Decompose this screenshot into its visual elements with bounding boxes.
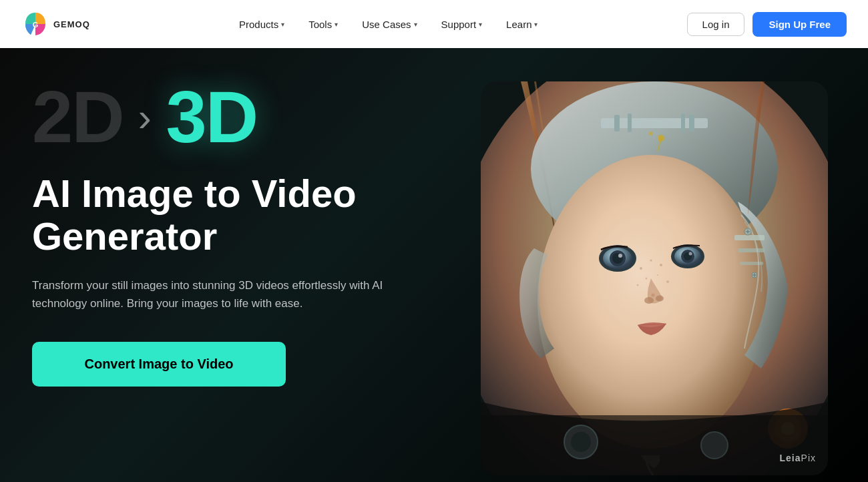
nav-item-learn[interactable]: Learn ▾ bbox=[497, 13, 547, 35]
svg-rect-35 bbox=[738, 248, 765, 252]
svg-point-18 bbox=[637, 284, 639, 286]
svg-rect-36 bbox=[740, 262, 763, 265]
hero-2d3d-label: 2D › 3D bbox=[32, 80, 427, 154]
watermark: LeiaPix bbox=[780, 453, 816, 463]
hero-left: 2D › 3D AI Image to Video Generator Tran… bbox=[0, 48, 467, 482]
navbar: G GEMOQ Products ▾ Tools ▾ Use Cases ▾ S… bbox=[0, 0, 868, 48]
chevron-icon: ▾ bbox=[281, 21, 284, 28]
svg-point-48 bbox=[571, 432, 591, 452]
robot-illustration bbox=[481, 81, 828, 475]
hero-title: AI Image to Video Generator bbox=[32, 172, 427, 258]
hero-right: LeiaPix bbox=[467, 48, 868, 482]
nav-item-usecases[interactable]: Use Cases ▾ bbox=[353, 13, 426, 35]
nav-link-usecases[interactable]: Use Cases ▾ bbox=[353, 13, 426, 35]
convert-button[interactable]: Convert Image to Video bbox=[32, 342, 286, 387]
svg-point-15 bbox=[660, 264, 662, 266]
svg-point-16 bbox=[646, 278, 648, 280]
chevron-icon: ▾ bbox=[534, 21, 537, 28]
nav-links: Products ▾ Tools ▾ Use Cases ▾ Support ▾ bbox=[230, 13, 548, 35]
logo[interactable]: G GEMOQ bbox=[21, 10, 90, 38]
svg-point-13 bbox=[640, 267, 642, 270]
svg-point-19 bbox=[666, 280, 669, 283]
hero-3d-text: 3D bbox=[166, 80, 258, 154]
chevron-icon: ▾ bbox=[335, 21, 338, 28]
logo-text: GEMOQ bbox=[53, 19, 90, 29]
svg-point-10 bbox=[649, 132, 653, 136]
login-button[interactable]: Log in bbox=[687, 13, 745, 36]
nav-link-products[interactable]: Products ▾ bbox=[230, 13, 294, 35]
signup-button[interactable]: Sign Up Free bbox=[752, 12, 847, 37]
svg-rect-7 bbox=[681, 113, 685, 132]
hero-arrow: › bbox=[138, 94, 152, 140]
svg-point-31 bbox=[644, 297, 654, 304]
svg-point-25 bbox=[618, 254, 622, 258]
chevron-icon: ▾ bbox=[479, 21, 482, 28]
robot-image: LeiaPix bbox=[481, 81, 828, 475]
hero-section: 2D › 3D AI Image to Video Generator Tran… bbox=[0, 48, 868, 482]
nav-item-tools[interactable]: Tools ▾ bbox=[299, 13, 347, 35]
svg-point-30 bbox=[689, 252, 692, 256]
nav-link-learn[interactable]: Learn ▾ bbox=[497, 13, 547, 35]
hero-description: Transform your still images into stunnin… bbox=[32, 276, 419, 312]
nav-item-support[interactable]: Support ▾ bbox=[432, 13, 492, 35]
chevron-icon: ▾ bbox=[414, 21, 417, 28]
svg-point-17 bbox=[657, 274, 658, 276]
svg-rect-6 bbox=[628, 113, 632, 132]
svg-point-32 bbox=[656, 296, 664, 302]
nav-actions: Log in Sign Up Free bbox=[687, 12, 847, 37]
svg-rect-34 bbox=[734, 235, 765, 240]
hero-2d-text: 2D bbox=[32, 80, 124, 154]
nav-item-products[interactable]: Products ▾ bbox=[230, 13, 294, 35]
svg-point-14 bbox=[650, 260, 652, 262]
svg-rect-5 bbox=[614, 115, 620, 132]
svg-rect-8 bbox=[689, 115, 694, 132]
nav-link-support[interactable]: Support ▾ bbox=[432, 13, 492, 35]
nav-link-tools[interactable]: Tools ▾ bbox=[299, 13, 347, 35]
svg-text:G: G bbox=[33, 21, 39, 29]
svg-point-49 bbox=[701, 432, 728, 459]
logo-icon: G bbox=[21, 10, 49, 38]
